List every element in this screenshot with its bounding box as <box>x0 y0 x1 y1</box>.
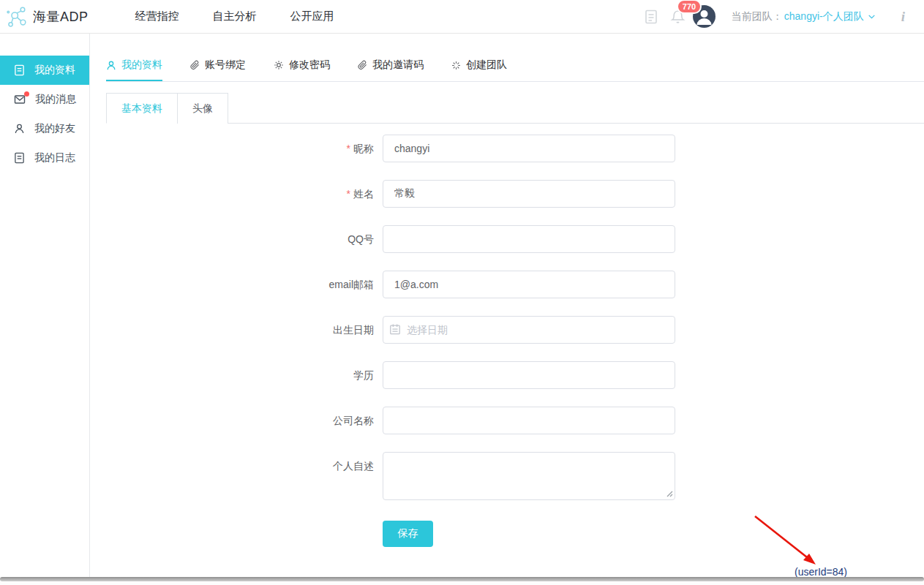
current-team-label: 当前团队： <box>732 10 783 23</box>
form-row-email: email邮箱 <box>106 271 924 298</box>
tab-label: 我的资料 <box>121 58 162 72</box>
nav-item-analysis[interactable]: 自主分析 <box>213 10 257 23</box>
field-label: *姓名 <box>106 180 374 208</box>
field-label: *昵称 <box>106 135 374 162</box>
tab-label: 修改密码 <box>289 58 330 72</box>
email-field[interactable] <box>383 271 675 298</box>
qq-field[interactable] <box>383 225 675 253</box>
document-icon[interactable] <box>644 9 658 25</box>
sidebar-item-label: 我的消息 <box>35 93 76 106</box>
nav-item-public-apps[interactable]: 公开应用 <box>290 10 334 23</box>
unread-dot <box>24 91 29 97</box>
top-nav: 经营指控 自主分析 公开应用 <box>135 10 334 23</box>
sidebar-item-my-messages[interactable]: 我的消息 <box>0 85 89 114</box>
form-row-birthdate: 出生日期 <box>106 316 924 344</box>
notifications-button[interactable]: 770 <box>670 9 686 25</box>
document-icon <box>14 64 25 76</box>
education-field[interactable] <box>383 361 675 389</box>
sidebar-item-my-profile[interactable]: 我的资料 <box>0 56 89 85</box>
field-label: QQ号 <box>106 225 374 253</box>
nav-item-operations[interactable]: 经营指控 <box>135 10 179 23</box>
journal-icon <box>14 152 25 164</box>
name-field[interactable] <box>383 180 675 208</box>
subtab-avatar[interactable]: 头像 <box>177 93 228 124</box>
paperclip-icon <box>190 60 200 70</box>
tab-account-binding[interactable]: 账号绑定 <box>190 58 246 81</box>
sparkle-icon <box>451 61 461 70</box>
field-label: email邮箱 <box>106 271 374 298</box>
profile-subtabs: 基本资料 头像 <box>106 93 924 124</box>
user-icon <box>14 123 25 135</box>
self-description-field[interactable] <box>383 452 675 500</box>
paperclip-icon <box>358 60 367 70</box>
form-row-name: *姓名 <box>106 180 924 208</box>
sidebar-item-label: 我的好友 <box>34 122 75 135</box>
date-picker[interactable] <box>383 316 675 344</box>
mail-icon <box>14 94 26 105</box>
required-mark: * <box>347 143 350 154</box>
profile-form: *昵称 *姓名 QQ号 email邮箱 出生日期 <box>106 135 924 547</box>
sidebar-item-label: 我的资料 <box>34 64 75 77</box>
tab-label: 账号绑定 <box>205 58 246 72</box>
header-right-cluster: 770 当前团队： changyi-个人团队 i <box>632 5 914 28</box>
chevron-down-icon[interactable] <box>867 12 876 21</box>
nickname-field[interactable] <box>383 135 675 162</box>
form-row-company: 公司名称 <box>106 407 924 434</box>
profile-tabbar: 我的资料 账号绑定 <box>106 34 924 82</box>
top-header: 海量ADP 经营指控 自主分析 公开应用 770 <box>0 0 924 34</box>
app-body: 我的资料 我的消息 我的好友 <box>0 34 924 577</box>
tab-my-invite-code[interactable]: 我的邀请码 <box>358 58 424 81</box>
sidebar-item-label: 我的日志 <box>34 151 75 165</box>
form-row-nickname: *昵称 <box>106 135 924 162</box>
field-label: 出生日期 <box>106 316 374 344</box>
field-label: 公司名称 <box>106 407 374 434</box>
birthdate-field[interactable] <box>383 316 675 344</box>
field-label: 学历 <box>106 361 374 389</box>
save-button[interactable]: 保存 <box>383 521 433 547</box>
user-icon <box>106 60 116 71</box>
horizontal-scrollbar-thumb[interactable] <box>0 577 924 581</box>
tab-create-team[interactable]: 创建团队 <box>451 58 507 81</box>
info-icon[interactable]: i <box>901 9 905 25</box>
tab-label: 创建团队 <box>466 58 507 72</box>
app-logo[interactable]: 海量ADP <box>6 5 89 29</box>
team-selector[interactable]: changyi-个人团队 <box>784 10 864 23</box>
form-row-education: 学历 <box>106 361 924 389</box>
tab-change-password[interactable]: 修改密码 <box>274 58 330 81</box>
user-id-annotation: (userId=84) <box>795 566 847 578</box>
field-label: 个人自述 <box>106 452 374 500</box>
sidebar-item-my-journal[interactable]: 我的日志 <box>0 143 89 173</box>
sidebar: 我的资料 我的消息 我的好友 <box>0 34 90 577</box>
sidebar-item-my-friends[interactable]: 我的好友 <box>0 114 89 143</box>
brand-title: 海量ADP <box>33 8 89 26</box>
notification-badge: 770 <box>677 0 702 14</box>
form-row-self-description: 个人自述 <box>106 452 924 500</box>
main-content: 我的资料 账号绑定 <box>90 34 924 577</box>
molecule-logo-icon <box>6 5 28 29</box>
form-row-qq: QQ号 <box>106 225 924 253</box>
gear-icon <box>274 60 284 70</box>
company-field[interactable] <box>383 407 675 434</box>
subtab-basic-info[interactable]: 基本资料 <box>106 93 178 124</box>
tab-my-profile[interactable]: 我的资料 <box>106 58 162 81</box>
tab-label: 我的邀请码 <box>372 58 424 72</box>
required-mark: * <box>347 188 350 200</box>
horizontal-scrollbar <box>0 577 924 585</box>
